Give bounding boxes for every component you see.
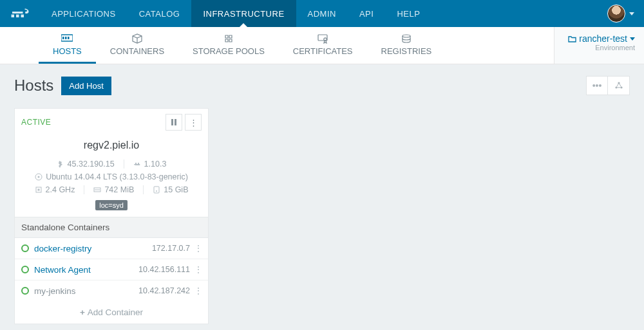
container-list: docker-registry 172.17.0.7 ⋮ Network Age…: [15, 238, 208, 301]
container-link[interactable]: Network Agent: [34, 265, 138, 275]
subnav-containers[interactable]: CONTAINERS: [96, 27, 178, 64]
view-toggle-button[interactable]: [608, 76, 630, 95]
host-status: ACTIVE: [21, 118, 51, 127]
containers-header: Standalone Containers: [15, 217, 208, 238]
top-nav: APPLICATIONS CATALOG INFRASTRUCTURE ADMI…: [0, 0, 644, 27]
subnav-label: HOSTS: [53, 46, 82, 56]
container-icon: [131, 32, 143, 45]
svg-rect-15: [37, 189, 39, 191]
stat-ip: 45.32.190.15: [48, 160, 124, 169]
chevron-down-icon: [629, 12, 634, 15]
rancher-logo[interactable]: [0, 0, 40, 27]
subnav-certificates[interactable]: CERTIFICATES: [279, 27, 367, 64]
svg-point-18: [156, 190, 157, 192]
stat-cpu: 2.4 GHz: [26, 185, 84, 194]
nav-help[interactable]: HELP: [385, 0, 431, 27]
svg-rect-2: [65, 37, 67, 39]
svg-point-9: [620, 86, 622, 88]
status-running-icon: [21, 244, 29, 252]
svg-rect-11: [175, 119, 176, 125]
environment-name: rancher-test: [579, 33, 627, 44]
subnav-registries[interactable]: REGISTRIES: [367, 27, 446, 64]
environment-switcher[interactable]: rancher-test Environment: [554, 27, 644, 64]
page-title: Hosts: [14, 77, 53, 95]
subnav-label: CERTIFICATES: [293, 46, 353, 56]
avatar: [607, 5, 625, 23]
registry-icon: [401, 32, 412, 45]
container-menu[interactable]: ⋮: [193, 286, 204, 296]
subnav-label: STORAGE POOLS: [193, 46, 265, 56]
bulk-actions-button[interactable]: •••: [586, 76, 608, 95]
nav-api[interactable]: API: [348, 0, 385, 27]
chevron-down-icon: [630, 37, 635, 41]
svg-rect-10: [171, 119, 173, 125]
status-running-icon: [21, 266, 29, 273]
svg-rect-17: [154, 187, 159, 193]
host-card: ACTIVE ⋮ regv2.piel.io 45.32.190.15 1.10…: [14, 108, 209, 324]
pause-button[interactable]: [166, 114, 182, 131]
stat-os: Ubuntu 14.04.4 LTS (3.13.0-83-generic): [26, 172, 197, 181]
certificate-icon: [317, 32, 328, 45]
host-name: regv2.piel.io: [15, 136, 208, 158]
svg-rect-1: [62, 37, 64, 39]
container-link[interactable]: docker-registry: [34, 244, 152, 253]
host-tag: loc=syd: [95, 200, 128, 210]
host-icon: [61, 32, 73, 45]
container-ip: 10.42.187.242: [138, 286, 190, 295]
container-row: my-jenkins 10.42.187.242 ⋮: [15, 280, 208, 301]
svg-point-8: [615, 86, 617, 88]
container-row: docker-registry 172.17.0.7 ⋮: [15, 238, 208, 259]
container-row: Network Agent 10.42.156.111 ⋮: [15, 259, 208, 280]
infra-sub-nav: HOSTS CONTAINERS STORAGE POOLS CERTIFICA…: [0, 27, 554, 64]
nav-applications[interactable]: APPLICATIONS: [40, 0, 128, 27]
container-ip: 172.17.0.7: [152, 244, 190, 253]
add-container-label: Add Container: [88, 307, 143, 317]
svg-point-6: [402, 35, 410, 37]
container-ip: 10.42.156.111: [138, 265, 190, 274]
subnav-label: CONTAINERS: [110, 46, 164, 56]
status-running-icon: [21, 287, 29, 295]
add-container-button[interactable]: +Add Container: [15, 301, 208, 324]
stat-disk: 15 GiB: [143, 185, 197, 194]
subnav-hosts[interactable]: HOSTS: [39, 27, 96, 64]
stat-docker: 1.10.3: [124, 160, 176, 169]
container-menu[interactable]: ⋮: [193, 264, 204, 275]
stat-mem: 742 MiB: [84, 185, 143, 194]
nav-catalog[interactable]: CATALOG: [128, 0, 192, 27]
storage-icon: [223, 32, 234, 45]
add-host-button[interactable]: Add Host: [61, 77, 111, 95]
host-menu-button[interactable]: ⋮: [185, 114, 202, 131]
page-header: Hosts Add Host •••: [14, 76, 630, 95]
folder-icon: [568, 35, 576, 42]
user-menu[interactable]: [598, 0, 644, 27]
container-menu[interactable]: ⋮: [193, 243, 204, 253]
nav-infrastructure[interactable]: INFRASTRUCTURE: [191, 0, 296, 27]
subnav-label: REGISTRIES: [381, 46, 432, 56]
plus-icon: +: [80, 307, 85, 317]
subnav-storage-pools[interactable]: STORAGE POOLS: [178, 27, 279, 64]
svg-rect-3: [68, 37, 70, 39]
svg-point-13: [38, 176, 40, 178]
environment-label: Environment: [564, 44, 635, 51]
nav-admin[interactable]: ADMIN: [296, 0, 348, 27]
container-name: my-jenkins: [34, 286, 138, 296]
